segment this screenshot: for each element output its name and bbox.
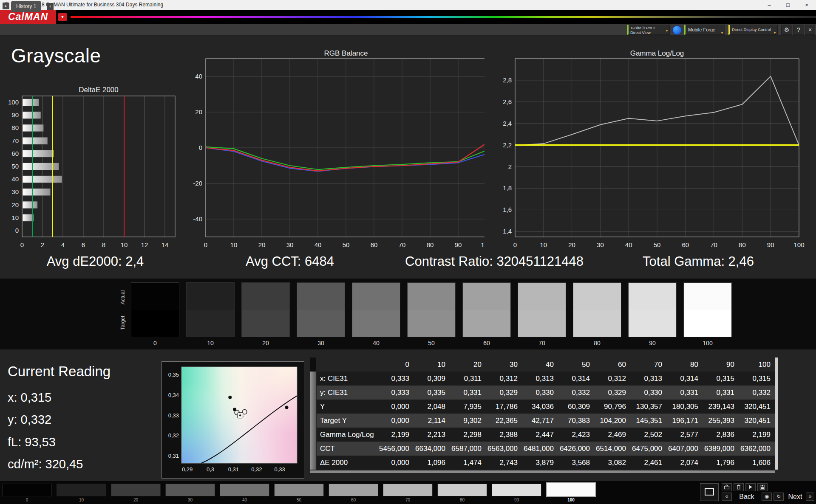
spectrum-bar	[71, 16, 816, 18]
target-icon[interactable]: ◉	[762, 493, 772, 501]
fullscreen-pattern-button[interactable]	[722, 483, 732, 491]
svg-text:30: 30	[597, 241, 604, 248]
grayscale-swatch-20	[241, 282, 290, 337]
pattern-level-button-20[interactable]	[111, 484, 161, 496]
table-cell: 0,335	[414, 386, 450, 400]
table-cell: 0,312	[486, 372, 522, 386]
save-button[interactable]	[757, 483, 768, 491]
table-corner	[317, 358, 377, 372]
cie-xy-chart: 0,290,30,310,320,330,350,340,330,320,31	[162, 362, 304, 478]
refresh-icon[interactable]: ↻	[774, 493, 784, 501]
table-col-header: 40	[522, 358, 558, 372]
close-button[interactable]: ×	[797, 0, 816, 10]
svg-text:30: 30	[286, 241, 294, 248]
swatch-level-label: 100	[683, 340, 732, 346]
grayscale-swatch-80	[573, 282, 621, 337]
add-tab-button[interactable]: +	[47, 3, 54, 10]
next-button[interactable]: Next	[785, 493, 805, 501]
pattern-level-button-30[interactable]	[165, 484, 215, 496]
table-cell: 2,213	[414, 428, 450, 442]
pattern-level-button-50[interactable]	[274, 484, 324, 496]
table-row-label: ΔE 2000	[317, 456, 377, 470]
table-cell: 0,313	[522, 372, 558, 386]
maximize-button[interactable]: □	[779, 0, 797, 10]
pattern-level-button-40[interactable]	[220, 484, 269, 496]
delete-button[interactable]	[734, 483, 744, 491]
svg-text:20: 20	[195, 108, 202, 115]
table-cell: 0,309	[414, 372, 450, 386]
table-cell: 6426,000	[558, 442, 594, 456]
table-cell: 145,351	[630, 414, 666, 428]
deltae-bar-chart: 024681012141009080706050403020100	[3, 90, 182, 251]
minimize-button[interactable]: –	[760, 0, 779, 10]
back-button[interactable]: Back	[734, 493, 759, 501]
table-cell: 0,312	[594, 372, 630, 386]
settings-gear-icon[interactable]: ⚙	[781, 25, 792, 35]
play-button[interactable]	[745, 483, 756, 491]
svg-text:0: 0	[513, 241, 517, 248]
table-cell: 0,331	[666, 386, 703, 400]
actual-swatch	[463, 283, 510, 310]
pattern-bar: « Back ◉ ↻ Next » 0102030405060708090100	[0, 481, 816, 504]
pattern-level-label: 100	[546, 498, 596, 502]
pattern-level-button-10[interactable]	[57, 484, 106, 496]
swatch-level-label: 80	[573, 340, 621, 346]
actual-row-label: Actual	[120, 285, 127, 309]
pattern-window-button[interactable]	[700, 483, 719, 501]
tab-history-1[interactable]: History 1	[11, 1, 41, 12]
svg-text:0,35: 0,35	[168, 372, 179, 378]
svg-text:70: 70	[399, 241, 406, 248]
grayscale-swatch-90	[628, 282, 677, 337]
grayscale-swatch-50	[407, 282, 456, 337]
calman-logo[interactable]: CalMAN	[0, 10, 56, 24]
display-control-button[interactable]: Direct Display Control ▼	[728, 25, 778, 35]
chevrons-left-icon[interactable]: «	[722, 493, 732, 501]
chevrons-right-icon[interactable]: »	[806, 493, 814, 501]
target-swatch	[131, 310, 179, 337]
actual-swatch	[242, 283, 289, 310]
pattern-level-button-80[interactable]	[437, 484, 487, 496]
table-cell: 7,935	[450, 400, 486, 414]
svg-text:1,6: 1,6	[503, 206, 512, 213]
svg-text:4: 4	[61, 241, 65, 248]
pattern-level-label: 10	[57, 498, 106, 502]
table-row-label: Y	[317, 400, 377, 414]
target-swatch	[187, 310, 234, 337]
svg-text:50: 50	[654, 241, 661, 248]
svg-text:2: 2	[508, 163, 512, 170]
titlebar: CalMAN 2018 CalMAN Ultimate for Business…	[0, 0, 816, 10]
table-cell: 2,447	[522, 428, 558, 442]
table-cell: 17,786	[486, 400, 522, 414]
target-swatch	[684, 310, 731, 337]
table-cell: 2,836	[703, 428, 739, 442]
page-title: Grayscale	[11, 44, 101, 67]
avg-cct-readout: Avg CCT: 6484	[246, 254, 334, 269]
meter-select-button[interactable]: X-Rite i1Pro 2 Direct View ▼	[627, 25, 670, 35]
pattern-level-button-60[interactable]	[329, 484, 378, 496]
target-swatch	[352, 310, 400, 337]
actual-swatch	[352, 283, 400, 310]
pattern-level-button-90[interactable]	[492, 484, 541, 496]
table-vertical-scrollbar[interactable]	[775, 358, 778, 470]
meter-mode: Direct View	[630, 30, 665, 35]
table-cell: 2,114	[414, 414, 450, 428]
meter-status-icon[interactable]	[672, 25, 682, 35]
pattern-level-button-0[interactable]	[2, 484, 52, 496]
help-icon[interactable]: ?	[793, 25, 804, 35]
close-panel-icon[interactable]: ×	[805, 25, 815, 35]
svg-text:0: 0	[199, 144, 202, 151]
pattern-level-button-100[interactable]	[546, 482, 596, 497]
pattern-level-button-70[interactable]	[383, 484, 433, 496]
svg-text:0,31: 0,31	[228, 466, 239, 473]
table-cell: 6407,000	[666, 442, 703, 456]
table-row-gutter	[310, 372, 316, 470]
svg-text:2,4: 2,4	[503, 120, 512, 127]
logo-dropdown-icon[interactable]: ▼	[58, 13, 67, 21]
pattern-level-label: 50	[274, 498, 324, 502]
pattern-source-button[interactable]: Mobile Forge ▼	[684, 25, 725, 35]
table-cell: 1,474	[450, 456, 486, 470]
table-row-label: Target Y	[317, 414, 377, 428]
layout-nav-button[interactable]: ▸	[3, 3, 9, 9]
table-horizontal-scrollbar[interactable]	[310, 470, 775, 473]
table-cell: 0,000	[377, 414, 414, 428]
